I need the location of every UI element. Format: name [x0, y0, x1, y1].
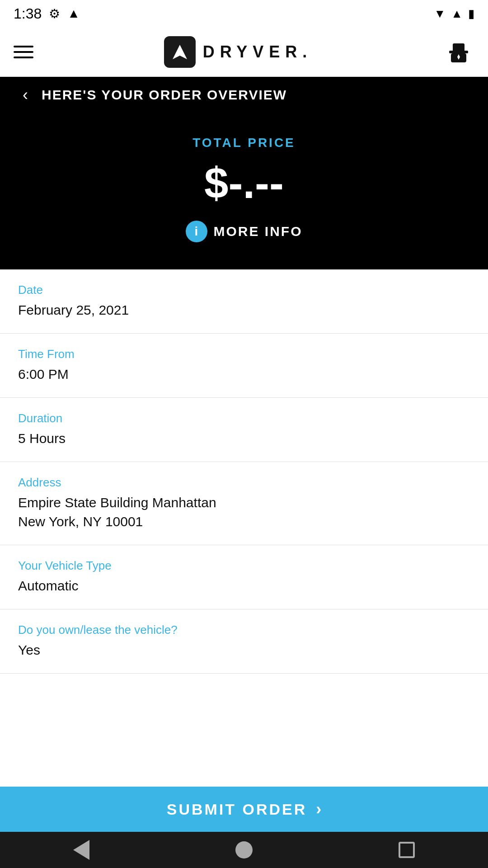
time-from-row: Time From 6:00 PM [0, 334, 488, 398]
location-icon: ▲ [67, 6, 80, 21]
status-bar: 1:38 ⚙ ▲ ▼ ▲ ▮ [0, 0, 488, 27]
back-button[interactable]: ‹ [18, 84, 33, 106]
address-label: Address [18, 476, 470, 490]
page-title: HERE'S YOUR ORDER OVERVIEW [42, 87, 287, 103]
address-row: Address Empire State Building Manhattan … [0, 462, 488, 545]
order-details-list: Date February 25, 2021 Time From 6:00 PM… [0, 269, 488, 674]
price-value: $-.-- [204, 159, 284, 207]
bottom-nav-bar [0, 832, 488, 868]
date-row: Date February 25, 2021 [0, 269, 488, 334]
profile-button[interactable] [443, 36, 474, 68]
owns-vehicle-row: Do you own/lease the vehicle? Yes [0, 609, 488, 674]
submit-order-label: SUBMIT ORDER [167, 801, 307, 818]
vehicle-type-label: Your Vehicle Type [18, 559, 470, 573]
nav-recent-button[interactable] [399, 842, 415, 858]
home-circle-icon [235, 841, 253, 859]
date-label: Date [18, 283, 470, 297]
more-info-button[interactable]: i MORE INFO [186, 221, 303, 242]
nav-back-button[interactable] [73, 840, 89, 860]
wifi-icon: ▼ [434, 7, 446, 21]
date-value: February 25, 2021 [18, 301, 470, 320]
hamburger-menu[interactable] [14, 46, 33, 58]
logo-text: DRYVER. [203, 42, 313, 61]
nav-bar: DRYVER. [0, 27, 488, 77]
gear-icon: ⚙ [49, 6, 60, 21]
profile-icon [446, 40, 471, 64]
svg-rect-2 [453, 43, 465, 52]
logo-icon [164, 36, 196, 68]
vehicle-type-value: Automatic [18, 576, 470, 595]
svg-marker-0 [173, 45, 187, 59]
signal-icon: ▲ [451, 7, 463, 21]
battery-icon: ▮ [468, 7, 474, 21]
submit-chevron-icon: › [316, 800, 321, 819]
logo-svg [171, 43, 189, 61]
owns-vehicle-value: Yes [18, 641, 470, 660]
recent-square-icon [399, 842, 415, 858]
time-from-label: Time From [18, 347, 470, 361]
vehicle-type-row: Your Vehicle Type Automatic [0, 545, 488, 609]
status-time: 1:38 [14, 5, 42, 22]
duration-row: Duration 5 Hours [0, 398, 488, 462]
price-label: TOTAL PRICE [192, 136, 296, 150]
nav-home-button[interactable] [235, 841, 253, 859]
price-section: TOTAL PRICE $-.-- i MORE INFO [0, 113, 488, 269]
more-info-label: MORE INFO [214, 224, 303, 239]
time-from-value: 6:00 PM [18, 365, 470, 384]
duration-value: 5 Hours [18, 429, 470, 448]
submit-order-button[interactable]: SUBMIT ORDER › [0, 787, 488, 832]
page-header: ‹ HERE'S YOUR ORDER OVERVIEW [0, 77, 488, 113]
app-logo: DRYVER. [164, 36, 313, 68]
duration-label: Duration [18, 411, 470, 425]
address-value: Empire State Building Manhattan New York… [18, 493, 470, 531]
owns-vehicle-label: Do you own/lease the vehicle? [18, 623, 470, 637]
back-triangle-icon [73, 840, 89, 860]
info-icon: i [186, 221, 207, 242]
